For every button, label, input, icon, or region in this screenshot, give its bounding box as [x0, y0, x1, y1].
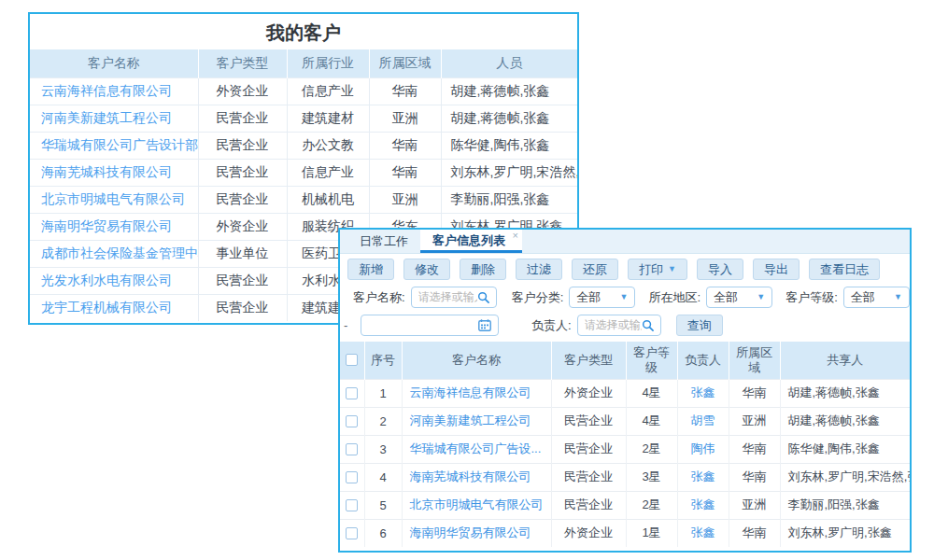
row-checkbox[interactable]	[346, 443, 358, 455]
customer-name-link[interactable]: 海南芜城科技有限公司	[402, 463, 551, 491]
customer-name-link[interactable]: 海南芜城科技有限公司	[30, 159, 198, 186]
customer-name-link[interactable]: 云南海祥信息有限公司	[30, 77, 198, 105]
column-header-staff[interactable]: 人员	[441, 49, 577, 77]
shared-people: 李勤丽,阳强,张鑫	[780, 491, 910, 519]
column-header-type[interactable]: 客户类型	[551, 342, 626, 379]
customer-staff: 胡建,蒋德帧,张鑫	[441, 105, 577, 132]
customer-region: 华南	[729, 519, 780, 547]
caret-down-icon: ▼	[668, 265, 676, 273]
add-button[interactable]: 新增	[347, 259, 394, 280]
customer-region: 亚洲	[729, 491, 780, 519]
customer-type: 外资企业	[551, 379, 626, 407]
table-row: 海南芜城科技有限公司 民营企业 信息产业 华南 刘东林,罗广明,宋浩然,..	[30, 159, 577, 186]
customer-staff: 李勤丽,阳强,张鑫	[441, 186, 577, 213]
filter-row-1: 客户名称: 请选择或输入 客户分类: 全部 ▼ 所在地区: 全部 ▼ 客户等级:…	[340, 287, 910, 308]
customer-staff: 胡建,蒋德帧,张鑫	[441, 77, 577, 105]
delete-button[interactable]: 删除	[460, 259, 506, 280]
close-icon[interactable]: ×	[513, 230, 518, 241]
table-row: 北京市明城电气有限公司 民营企业 机械机电 亚洲 李勤丽,阳强,张鑫	[30, 186, 577, 213]
restore-button[interactable]: 还原	[572, 259, 618, 280]
customer-name-link[interactable]: 云南海祥信息有限公司	[402, 379, 551, 407]
table-row: 5 北京市明城电气有限公司 民营企业 2星 张鑫 亚洲 李勤丽,阳强,张鑫	[340, 491, 910, 519]
area-select[interactable]: 全部 ▼	[706, 287, 772, 308]
row-checkbox[interactable]	[346, 387, 358, 399]
owner-link[interactable]: 胡雪	[677, 407, 729, 435]
owner-link[interactable]: 张鑫	[677, 379, 729, 407]
customer-region: 华南	[369, 132, 441, 159]
column-header-name[interactable]: 客户名称	[402, 342, 551, 379]
customer-staff: 刘东林,罗广明,宋浩然,..	[441, 159, 577, 186]
caret-down-icon: ▼	[894, 293, 902, 301]
customer-name-link[interactable]: 华瑞城有限公司广告设...	[402, 435, 551, 463]
customer-name-link[interactable]: 海南明华贸易有限公司	[402, 519, 551, 547]
customer-name-link[interactable]: 河南美新建筑工程公司	[402, 407, 551, 435]
shared-people: 胡建,蒋德帧,张鑫	[780, 379, 910, 407]
shared-people: 陈华健,陶伟,张鑫	[780, 435, 910, 463]
grade-select[interactable]: 全部 ▼	[843, 287, 910, 308]
table-row: 2 河南美新建筑工程公司 民营企业 4星 胡雪 亚洲 胡建,蒋德帧,张鑫	[340, 407, 910, 435]
query-button[interactable]: 查询	[676, 315, 723, 336]
customer-name-link[interactable]: 华瑞城有限公司广告设计部	[30, 132, 198, 159]
column-header-name[interactable]: 客户名称	[30, 49, 198, 77]
owner-link[interactable]: 张鑫	[677, 519, 729, 547]
owner-filter-input[interactable]: 请选择或输入	[577, 315, 661, 336]
customer-region: 亚洲	[369, 186, 441, 213]
customer-type: 民营企业	[551, 435, 626, 463]
customer-type: 民营企业	[198, 294, 287, 321]
column-header-region[interactable]: 所属区域	[729, 342, 780, 379]
row-checkbox[interactable]	[346, 527, 358, 539]
customer-name-link[interactable]: 北京市明城电气有限公司	[402, 491, 551, 519]
tab-daily-work[interactable]: 日常工作	[347, 230, 420, 253]
column-header-owner[interactable]: 负责人	[677, 342, 729, 379]
column-header-seq[interactable]: 序号	[364, 342, 402, 379]
edit-button[interactable]: 修改	[403, 259, 450, 280]
column-header-shared[interactable]: 共享人	[780, 342, 910, 379]
customer-name-link[interactable]: 成都市社会保险基金管理中心	[30, 240, 198, 267]
row-checkbox[interactable]	[346, 415, 358, 427]
row-select-cell	[340, 407, 364, 435]
row-number: 2	[364, 407, 402, 435]
column-header-grade[interactable]: 客户等级	[626, 342, 677, 379]
customer-region: 华南	[729, 463, 780, 491]
customer-info-window: 日常工作 客户信息列表 × 新增 修改 删除 过滤 还原 打印 ▼ 导入 导出 …	[338, 228, 912, 553]
column-header-region[interactable]: 所属区域	[369, 49, 441, 77]
customer-name-link[interactable]: 海南明华贸易有限公司	[30, 213, 198, 240]
customer-name-filter-input[interactable]: 请选择或输入	[411, 287, 497, 308]
customer-region: 华南	[729, 435, 780, 463]
table-row: 3 华瑞城有限公司广告设... 民营企业 2星 陶伟 华南 陈华健,陶伟,张鑫	[340, 435, 910, 463]
owner-link[interactable]: 张鑫	[677, 463, 729, 491]
select-all-checkbox[interactable]	[346, 354, 358, 366]
date-input[interactable]	[361, 315, 499, 336]
search-icon[interactable]	[477, 291, 489, 303]
customer-region: 华南	[729, 379, 780, 407]
select-all-cell	[340, 342, 364, 379]
import-button[interactable]: 导入	[697, 259, 743, 280]
customer-name-link[interactable]: 河南美新建筑工程公司	[30, 105, 198, 132]
customer-name-link[interactable]: 龙宇工程机械有限公司	[30, 294, 198, 321]
customer-type: 民营企业	[198, 132, 287, 159]
calendar-icon[interactable]	[478, 319, 491, 331]
view-log-button[interactable]: 查看日志	[809, 259, 880, 280]
tab-customer-info-list[interactable]: 客户信息列表 ×	[420, 230, 522, 253]
customer-region: 亚洲	[729, 407, 780, 435]
customer-category-select[interactable]: 全部 ▼	[569, 287, 635, 308]
customer-grade: 4星	[626, 379, 677, 407]
customer-region: 华南	[369, 77, 441, 105]
export-button[interactable]: 导出	[753, 259, 800, 280]
customer-type: 外资企业	[551, 519, 626, 547]
customer-name-link[interactable]: 光发水利水电有限公司	[30, 267, 198, 294]
column-header-industry[interactable]: 所属行业	[287, 49, 369, 77]
search-icon[interactable]	[642, 319, 654, 331]
column-header-type[interactable]: 客户类型	[198, 49, 287, 77]
table-row: 云南海祥信息有限公司 外资企业 信息产业 华南 胡建,蒋德帧,张鑫	[30, 77, 577, 105]
customer-grade: 2星	[626, 435, 677, 463]
filter-button[interactable]: 过滤	[516, 259, 562, 280]
row-select-cell	[340, 435, 364, 463]
row-checkbox[interactable]	[346, 471, 358, 483]
owner-link[interactable]: 张鑫	[677, 491, 729, 519]
page-title: 我的客户	[30, 14, 577, 49]
print-button[interactable]: 打印 ▼	[628, 259, 687, 280]
customer-name-link[interactable]: 北京市明城电气有限公司	[30, 186, 198, 213]
owner-link[interactable]: 陶伟	[677, 435, 729, 463]
row-checkbox[interactable]	[346, 499, 358, 511]
